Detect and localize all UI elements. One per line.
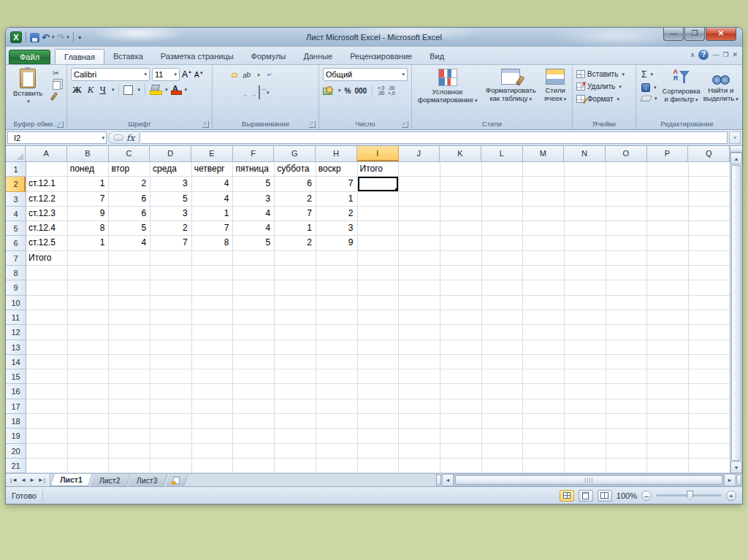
- cell-D14[interactable]: [150, 355, 192, 369]
- cell-L4[interactable]: [482, 207, 524, 221]
- cell-F4[interactable]: 4: [233, 207, 275, 221]
- cell-I9[interactable]: [358, 280, 400, 295]
- row-header-14[interactable]: 14: [6, 355, 26, 369]
- zoom-out-icon[interactable]: –: [641, 491, 652, 501]
- underline-dropdown-icon[interactable]: ▾: [112, 87, 115, 93]
- cell-J9[interactable]: [399, 280, 440, 295]
- cell-I7[interactable]: [358, 251, 400, 266]
- cell-D2[interactable]: 3: [150, 177, 192, 191]
- cell-F15[interactable]: [233, 369, 275, 384]
- cell-E19[interactable]: [192, 429, 234, 443]
- cell-B15[interactable]: [68, 369, 110, 384]
- comma-style-button[interactable]: 000: [354, 87, 367, 95]
- format-painter-icon[interactable]: [50, 92, 58, 101]
- cell-A6[interactable]: ст.12.5: [26, 236, 68, 250]
- cell-E9[interactable]: [192, 280, 234, 295]
- cell-Q17[interactable]: [689, 399, 730, 414]
- cell-M14[interactable]: [523, 355, 565, 369]
- clear-button[interactable]: ▾: [639, 95, 660, 102]
- cell-E16[interactable]: [192, 384, 234, 399]
- cell-N10[interactable]: [565, 296, 606, 310]
- cell-P14[interactable]: [647, 355, 689, 369]
- cell-L15[interactable]: [482, 369, 524, 384]
- find-select-button[interactable]: Найти и выделить▾: [702, 67, 740, 118]
- sheet-tab-1[interactable]: Лист1: [50, 474, 92, 486]
- cell-B17[interactable]: [68, 399, 110, 414]
- page-break-view-button[interactable]: [598, 490, 612, 502]
- cell-C16[interactable]: [109, 384, 150, 399]
- first-sheet-icon[interactable]: |◄: [10, 477, 18, 483]
- cell-F18[interactable]: [233, 414, 275, 429]
- cell-H19[interactable]: [316, 429, 358, 443]
- row-header-18[interactable]: 18: [6, 414, 26, 429]
- cell-N14[interactable]: [565, 355, 606, 369]
- cell-A5[interactable]: ст.12.4: [26, 221, 68, 236]
- cell-C19[interactable]: [109, 429, 150, 443]
- cell-B9[interactable]: [68, 280, 110, 295]
- cell-H16[interactable]: [316, 384, 358, 399]
- column-header-F[interactable]: F: [233, 146, 275, 162]
- cell-K11[interactable]: [440, 310, 482, 325]
- align-right-icon[interactable]: [232, 91, 237, 95]
- cell-C17[interactable]: [109, 399, 150, 414]
- cell-styles-button[interactable]: Стили ячеек▾: [543, 67, 568, 104]
- cell-A16[interactable]: [26, 384, 68, 399]
- cell-E7[interactable]: [192, 251, 234, 266]
- cell-L14[interactable]: [482, 355, 524, 369]
- cell-L3[interactable]: [482, 192, 524, 207]
- conditional-formatting-button[interactable]: Условное форматирование▾: [416, 67, 479, 106]
- tab-home[interactable]: Главная: [55, 49, 104, 64]
- cell-I21[interactable]: [358, 459, 400, 473]
- cell-G11[interactable]: [275, 310, 316, 325]
- cell-M11[interactable]: [523, 310, 565, 325]
- select-all-corner[interactable]: [6, 146, 26, 162]
- cell-M18[interactable]: [523, 414, 565, 429]
- fill-button[interactable]: ↓▾: [639, 83, 660, 93]
- cell-E17[interactable]: [192, 399, 234, 414]
- cell-D3[interactable]: 5: [150, 192, 192, 207]
- cell-P20[interactable]: [647, 444, 689, 459]
- column-header-C[interactable]: C: [109, 146, 150, 162]
- cell-K20[interactable]: [440, 444, 482, 459]
- cell-I5[interactable]: [358, 221, 400, 236]
- cell-A10[interactable]: [26, 296, 68, 310]
- cell-I19[interactable]: [358, 429, 400, 443]
- cell-O21[interactable]: [606, 459, 648, 473]
- cell-E12[interactable]: [192, 325, 234, 340]
- cell-C20[interactable]: [109, 444, 150, 459]
- cell-G18[interactable]: [275, 414, 316, 429]
- cell-C7[interactable]: [109, 251, 150, 266]
- restore-button[interactable]: ❐: [684, 28, 705, 41]
- paste-dropdown-icon[interactable]: ▾: [27, 97, 30, 105]
- cell-L7[interactable]: [482, 251, 524, 266]
- cell-Q6[interactable]: [689, 236, 730, 250]
- row-header-20[interactable]: 20: [6, 444, 26, 459]
- cell-P5[interactable]: [647, 221, 689, 236]
- align-bottom-icon[interactable]: [232, 73, 237, 77]
- cell-H20[interactable]: [316, 444, 358, 459]
- cell-N19[interactable]: [565, 429, 606, 443]
- column-header-G[interactable]: G: [274, 146, 316, 162]
- column-header-J[interactable]: J: [399, 146, 440, 162]
- cell-B3[interactable]: 7: [68, 192, 110, 207]
- column-header-E[interactable]: E: [191, 146, 233, 162]
- zoom-level[interactable]: 100%: [617, 491, 637, 500]
- cell-Q5[interactable]: [689, 221, 730, 236]
- row-header-16[interactable]: 16: [6, 384, 26, 399]
- cell-E8[interactable]: [192, 266, 234, 280]
- cell-N20[interactable]: [565, 444, 606, 459]
- cell-Q18[interactable]: [689, 414, 730, 429]
- cell-G8[interactable]: [275, 266, 316, 280]
- cell-C15[interactable]: [109, 369, 150, 384]
- cell-P4[interactable]: [647, 207, 689, 221]
- cell-F8[interactable]: [233, 266, 275, 280]
- cell-H11[interactable]: [316, 310, 358, 325]
- cell-F9[interactable]: [233, 280, 275, 295]
- cell-J3[interactable]: [399, 192, 440, 207]
- cell-M4[interactable]: [523, 207, 565, 221]
- cell-O12[interactable]: [606, 325, 648, 340]
- cell-C5[interactable]: 5: [109, 221, 150, 236]
- italic-button[interactable]: К: [86, 84, 96, 96]
- row-header-10[interactable]: 10: [6, 296, 26, 310]
- cell-P15[interactable]: [647, 369, 689, 384]
